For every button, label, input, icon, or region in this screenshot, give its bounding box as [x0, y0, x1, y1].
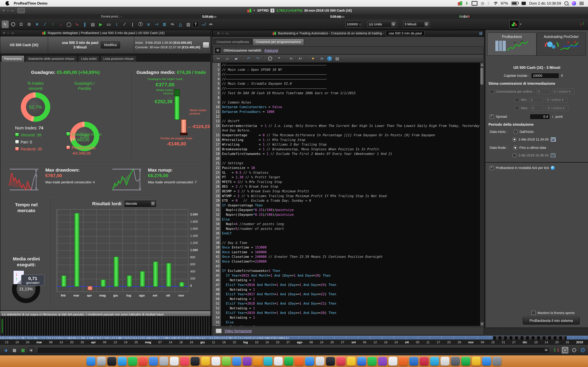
unit-select[interactable]: (x) Unità▼ — [367, 21, 397, 28]
minimize-icon[interactable]: ─ — [7, 31, 9, 35]
tick-mode-checkbox[interactable] — [490, 166, 494, 170]
bulb-icon[interactable]: ✦ — [309, 55, 317, 63]
dock-icon-6[interactable] — [138, 357, 147, 366]
dock-icon-2[interactable] — [97, 357, 106, 366]
apple-menu-icon[interactable] — [6, 1, 9, 6]
dock-icon-14[interactable] — [222, 357, 231, 366]
video-formazione-link[interactable]: Video formazione — [225, 329, 252, 333]
dock-icon-29[interactable] — [378, 357, 387, 366]
calendar-icon[interactable] — [551, 137, 556, 142]
prt-status-icon[interactable] — [458, 1, 462, 6]
dock-icon-15[interactable] — [232, 357, 241, 366]
rectangle-tool[interactable]: ▭ — [105, 20, 112, 28]
triangle-tool[interactable]: △ — [177, 20, 184, 28]
spread-stepper[interactable]: ▲▼ — [552, 115, 553, 118]
dock-icon-3[interactable] — [107, 357, 116, 366]
tab-creazione-programmazione[interactable]: Creazione per programmazione — [253, 39, 304, 45]
dock-icon-22[interactable] — [305, 357, 314, 366]
dock-icon-19[interactable] — [274, 357, 283, 366]
dock-icon-38[interactable] — [472, 357, 481, 366]
notification-center-icon[interactable] — [579, 2, 584, 5]
dock-icon-1[interactable] — [86, 357, 95, 366]
menubar-clock[interactable]: Dom 2 dic 10:36:59 — [529, 1, 561, 6]
trendline-tool[interactable]: ∕ — [41, 20, 49, 28]
dock-icon-36[interactable] — [451, 357, 460, 366]
search-icon[interactable] — [267, 55, 274, 63]
modifica-button[interactable]: Modifica — [101, 42, 120, 49]
editor-scrollbar[interactable]: ▲ ▼ — [480, 63, 484, 326]
dock-icon-32[interactable] — [409, 357, 418, 366]
ticker-symbol[interactable]: SPTRD — [257, 8, 269, 13]
dock-icon-20[interactable] — [284, 357, 293, 366]
dock-icon-21[interactable] — [295, 357, 304, 366]
editor-system-name-box[interactable]: usa 500 3 min da paul — [386, 31, 425, 36]
calendar-grid-icon[interactable]: ▦ — [11, 347, 18, 354]
zoom-in-icon[interactable]: + — [579, 347, 586, 354]
spread-input[interactable]: 0.4 — [530, 114, 550, 120]
siri-icon[interactable] — [572, 1, 576, 6]
tab-panoramica[interactable]: Panoramica — [1, 55, 25, 62]
share-icon[interactable]: ⬗ — [2, 347, 9, 354]
print-icon[interactable]: ▤ — [334, 55, 341, 63]
dock-icon-10[interactable] — [180, 357, 189, 366]
print-icon[interactable] — [203, 42, 209, 48]
wrench-icon[interactable]: ⚙ — [214, 47, 221, 54]
dock-icon-7[interactable] — [149, 357, 158, 366]
quantity-stepper[interactable]: 100000▲▼ — [346, 21, 362, 28]
min-unit-select[interactable]: € / ordine ▾ — [545, 97, 568, 103]
info-icon[interactable]: i — [270, 8, 274, 13]
keyboard-panel-icon[interactable] — [17, 8, 25, 13]
keyboard-input-icon[interactable] — [521, 2, 526, 5]
chevron-down-icon[interactable]: ▼ — [519, 23, 522, 26]
code-editor[interactable]: 1//—————————————————————————————————————… — [212, 63, 480, 326]
dock-icon-18[interactable] — [264, 357, 272, 366]
chevron-down-icon[interactable]: ▼ — [253, 9, 255, 12]
calendar-icon[interactable] — [550, 153, 556, 158]
pencil-tool[interactable]: ✏ — [207, 20, 215, 28]
grid-tool[interactable]: ▤ — [89, 20, 96, 28]
dock-icon-34[interactable] — [430, 357, 439, 366]
cursor-tool[interactable]: ↖ — [1, 20, 9, 28]
end-last-data-radio[interactable] — [513, 146, 517, 150]
dock-icon-35[interactable] — [441, 357, 450, 366]
zoom-out-icon[interactable]: − — [570, 347, 577, 354]
dock-icon-11[interactable] — [191, 357, 199, 366]
commission-checkbox[interactable] — [490, 90, 494, 94]
undo-icon[interactable]: ↶ — [245, 55, 252, 63]
timeframe-select[interactable]: 3 Minuti▼ — [403, 21, 430, 28]
close-icon[interactable]: ✕ — [217, 32, 220, 35]
minimize-icon[interactable]: ─ — [222, 32, 224, 35]
scroll-left-icon[interactable]: ◀ — [28, 347, 34, 353]
dock-icon-28[interactable] — [368, 357, 377, 366]
maximize-icon[interactable]: ▭ — [225, 32, 228, 35]
dock-icon-24[interactable] — [326, 357, 335, 366]
dock-icon-40[interactable] — [493, 357, 502, 366]
dock-icon-37[interactable] — [461, 357, 470, 366]
cut-icon[interactable]: ✂ — [215, 55, 222, 63]
hline-tool[interactable]: ⊣ — [153, 20, 160, 28]
editor-window-titlebar[interactable]: ✕─▭ Backtesting e Trading Automatico - C… — [212, 30, 484, 37]
run-backtest-button[interactable]: ProBacktesta il mio sistema — [523, 317, 580, 325]
chart-type-button[interactable]: ▟▚ — [509, 20, 519, 29]
line-tool[interactable]: ∕ — [121, 20, 128, 28]
close-icon[interactable]: ✕ — [3, 31, 5, 35]
zigzag-tool[interactable]: ∿ — [73, 20, 80, 28]
maximize-icon[interactable]: ▭ — [11, 31, 14, 35]
green-table-icon[interactable]: ▦ — [20, 347, 26, 354]
tab-probacktest[interactable]: ProBacktest — [487, 33, 536, 56]
tab-creazione-semplificata[interactable]: Creazione semplificata — [214, 39, 252, 45]
minimize-icon[interactable]: ─ — [7, 9, 9, 12]
wedge-tool[interactable]: ▶ — [97, 20, 104, 28]
tab-lista-ordini[interactable]: Lista ordini — [78, 55, 100, 62]
dock-icon-4[interactable] — [118, 357, 127, 366]
copy-icon[interactable]: ▱ — [224, 55, 231, 63]
app-title[interactable]: ProRealTime Demo — [14, 1, 47, 6]
dock-icon-9[interactable] — [170, 357, 179, 366]
dock-icon-31[interactable] — [399, 357, 408, 366]
aggiungi-link[interactable]: Aggiungi — [264, 49, 278, 53]
ellipse-tool[interactable]: ◯ — [65, 20, 73, 28]
dock-icon-39[interactable] — [482, 357, 491, 366]
dock-icon-8[interactable] — [159, 357, 168, 366]
close-icon[interactable]: ✕ — [2, 9, 5, 12]
dock-icon-12[interactable] — [201, 357, 210, 366]
